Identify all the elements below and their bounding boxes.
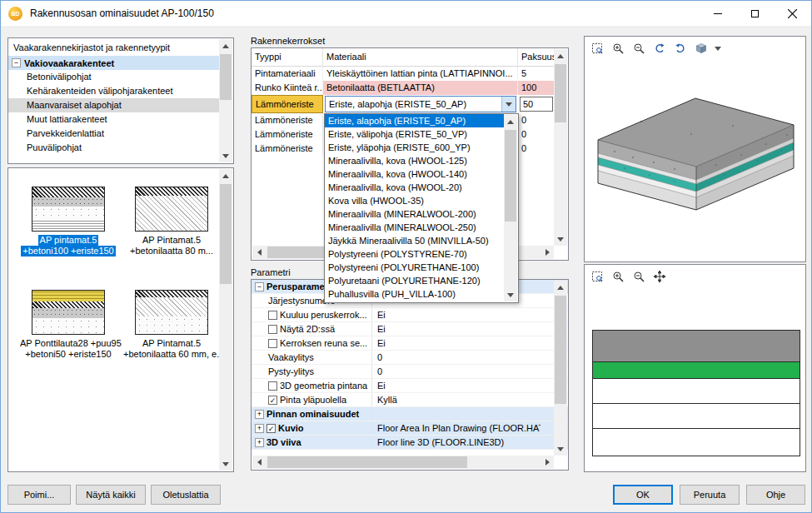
- param-row-pysty-ylitys[interactable]: Pysty-ylitys 0: [252, 365, 568, 379]
- param-section-kuvio[interactable]: +✓Kuvio Floor Area In Plan Drawing (FLOO…: [252, 421, 568, 436]
- checkbox-checked-icon[interactable]: ✓: [267, 424, 276, 433]
- dropdown-option[interactable]: Mineraalivilla, kova (HWOOL-125): [325, 154, 504, 167]
- dropdown-option[interactable]: Mineraalivilla (MINERALWOOL-250): [325, 221, 504, 234]
- collapse-icon[interactable]: −: [12, 58, 21, 67]
- param-row-kuuluu-peruskerrok[interactable]: Kuuluu peruskerrok... Ei: [252, 308, 568, 322]
- expand-icon[interactable]: +: [255, 424, 264, 433]
- scroll-down-icon[interactable]: [554, 232, 567, 246]
- tree-item-muut-lattiarakenteet[interactable]: Muut lattiarakenteet: [8, 112, 219, 127]
- minimize-button[interactable]: [699, 1, 736, 26]
- view-cube-button[interactable]: [692, 40, 710, 57]
- nayta-kaikki-button[interactable]: Näytä kaikki: [76, 485, 146, 505]
- scroll-left-icon[interactable]: [252, 456, 266, 469]
- scroll-left-icon[interactable]: [252, 246, 266, 259]
- thumbnail-ap-pintamat-betonilaatta80[interactable]: AP Pintamat.5+betonilaatta 80 m...: [122, 187, 222, 256]
- param-section-pinnan-ominaisuudet[interactable]: +Pinnan ominaisuudet: [252, 407, 568, 421]
- poimi-button[interactable]: Poimi...: [7, 485, 71, 505]
- gallery-scrollbar[interactable]: [219, 169, 232, 471]
- dropdown-option[interactable]: Mineraalivilla, kova (HWOOL-20): [325, 181, 504, 194]
- param-row-pinta-ylapuolella[interactable]: ✓Pinta yläpuolella Kyllä: [252, 393, 568, 407]
- dropdown-scrollbar[interactable]: [504, 115, 517, 301]
- scroll-down-icon[interactable]: [219, 457, 232, 471]
- layers-section-label: Rakennekerrokset: [251, 36, 325, 46]
- dropdown-option[interactable]: Puhallusvilla (PUH_VILLA-100): [325, 287, 504, 301]
- param-row-kerroksen-reuna[interactable]: Kerroksen reuna se... Ei: [252, 336, 568, 351]
- checkbox-icon[interactable]: [268, 325, 277, 334]
- peruuta-button[interactable]: Peruuta: [680, 485, 740, 505]
- parameters-vertical-scrollbar[interactable]: [554, 281, 567, 456]
- expand-icon[interactable]: +: [255, 438, 264, 447]
- tree-item-maanvaraiset-alapohjat[interactable]: Maanvaraiset alapohjat: [8, 98, 219, 112]
- dropdown-option[interactable]: Polystyreeni (POLYSTYRENE-70): [325, 247, 504, 261]
- layer-row-lammoneriste-active[interactable]: Lämmöneriste Eriste, alapohja (ERISTE_50…: [252, 95, 554, 113]
- param-row-nayta-2d[interactable]: Näytä 2D:ssä Ei: [252, 322, 568, 336]
- zoom-window-button[interactable]: [588, 40, 606, 57]
- tree-item-puuvalipohjat[interactable]: Puuvälipohjat: [8, 141, 219, 155]
- thickness-input[interactable]: 50: [520, 97, 553, 112]
- dropdown-option[interactable]: Polyuretaani (POLYURETHANE-120): [325, 274, 504, 287]
- slab-3d-preview[interactable]: [591, 88, 800, 222]
- parameters-horizontal-scrollbar[interactable]: [252, 456, 554, 469]
- scroll-down-icon[interactable]: [554, 442, 567, 456]
- rotate-right-button[interactable]: [671, 40, 690, 57]
- zoom-out-button[interactable]: [630, 268, 648, 285]
- dropdown-option[interactable]: Eriste, yläpohja (ERISTE_600_YP): [325, 141, 504, 154]
- maximize-button[interactable]: [736, 1, 774, 26]
- layers-vertical-scrollbar[interactable]: [554, 49, 567, 246]
- dropdown-option[interactable]: Jäykkä Mineraalivilla 50 (MINVILLA-50): [325, 234, 504, 247]
- tree-item-keharakenteiden[interactable]: Kehärakenteiden välipohjarakenteet: [8, 84, 219, 98]
- slab-2d-section-preview[interactable]: [592, 330, 800, 456]
- material-combobox[interactable]: Eriste, alapohja (ERISTE_50_AP): [325, 96, 516, 112]
- oletuslattia-button[interactable]: Oletuslattia: [151, 485, 221, 505]
- column-paksuus: Paksuus: [518, 48, 555, 66]
- combo-dropdown-icon[interactable]: [501, 97, 516, 112]
- dropdown-option[interactable]: Mineraalivilla (MINERALWOOL-200): [325, 207, 504, 221]
- scroll-up-icon[interactable]: [554, 281, 567, 294]
- checkbox-icon[interactable]: [268, 311, 277, 320]
- zoom-out-button[interactable]: [630, 40, 648, 57]
- scroll-up-icon[interactable]: [504, 115, 517, 128]
- checkbox-icon[interactable]: [268, 381, 277, 391]
- dropdown-option[interactable]: Polystyreeni (POLYURETHANE-100): [325, 261, 504, 274]
- thumbnail-ap-ponttilauta28[interactable]: AP Ponttilauta28 +puu95+betoni50 +eriste…: [18, 290, 118, 360]
- dropdown-option[interactable]: Eriste, alapohja (ERISTE_50_AP): [325, 114, 504, 127]
- layer-row-pintamateriaali[interactable]: Pintamateriaali Yleiskäyttöinen lattian …: [252, 67, 554, 81]
- scroll-right-icon[interactable]: [541, 246, 554, 259]
- tree-item-vakiovaakarakenteet[interactable]: − Vakiovaakarakenteet: [8, 56, 219, 70]
- zoom-in-button[interactable]: [609, 268, 627, 285]
- tree-item-betonivalipohjat[interactable]: Betonivälipohjat: [8, 70, 219, 84]
- checkbox-checked-icon[interactable]: ✓: [268, 396, 277, 405]
- thumbnail-ap-pintamat-betoni100[interactable]: AP pintamat.5+betoni100 +eriste150: [18, 187, 118, 256]
- view-options-dropdown[interactable]: [713, 40, 723, 57]
- viewer-3d-toolbar: [588, 39, 723, 57]
- scroll-up-icon[interactable]: [554, 49, 567, 62]
- param-row-vaakaylitys[interactable]: Vaakaylitys 0: [252, 351, 568, 365]
- zoom-in-button[interactable]: [609, 40, 627, 57]
- scroll-down-icon[interactable]: [219, 149, 232, 162]
- layer-row-runko[interactable]: Runko Kiinteä r... Betonilaatta (BETLAAT…: [252, 81, 554, 95]
- scroll-up-icon[interactable]: [219, 169, 232, 182]
- tree-item-parvekkeidenlattiat[interactable]: Parvekkeidenlattiat: [8, 127, 219, 141]
- zoom-in-icon: [612, 42, 624, 54]
- dropdown-option[interactable]: Kova villa (HWOOL-35): [325, 194, 504, 207]
- zoom-window-button[interactable]: [588, 268, 606, 285]
- column-materiaali: Materiaali: [323, 48, 518, 66]
- scroll-up-icon[interactable]: [219, 39, 232, 52]
- ohje-button[interactable]: Ohje: [746, 485, 805, 505]
- window-title: Rakennusosan ominaisuudet AP-100/150: [30, 7, 214, 19]
- checkbox-icon[interactable]: [268, 339, 277, 348]
- pan-button[interactable]: [650, 268, 669, 285]
- param-row-3d-geometria[interactable]: 3D geometria pintana Ei: [252, 379, 568, 393]
- collapse-icon[interactable]: −: [255, 282, 264, 291]
- dropdown-option[interactable]: Eriste, välipohja (ERISTE_50_VP): [325, 127, 504, 141]
- dropdown-option[interactable]: Mineraalivilla, kova (HWOOL-140): [325, 167, 504, 181]
- param-section-3d-viiva[interactable]: +3D viiva Floor line 3D (FLOOR.LINE3D): [252, 436, 568, 450]
- expand-icon[interactable]: +: [255, 410, 264, 419]
- close-button[interactable]: [774, 1, 811, 26]
- library-scrollbar[interactable]: [219, 39, 232, 162]
- ok-button[interactable]: OK: [613, 485, 673, 505]
- rotate-left-button[interactable]: [650, 40, 669, 57]
- scroll-down-icon[interactable]: [504, 288, 517, 301]
- scroll-right-icon[interactable]: [541, 456, 554, 469]
- thumbnail-ap-pintamat-betonilaatta60[interactable]: AP Pintamat.5+betonilaatta 60 mm, e...: [122, 290, 222, 360]
